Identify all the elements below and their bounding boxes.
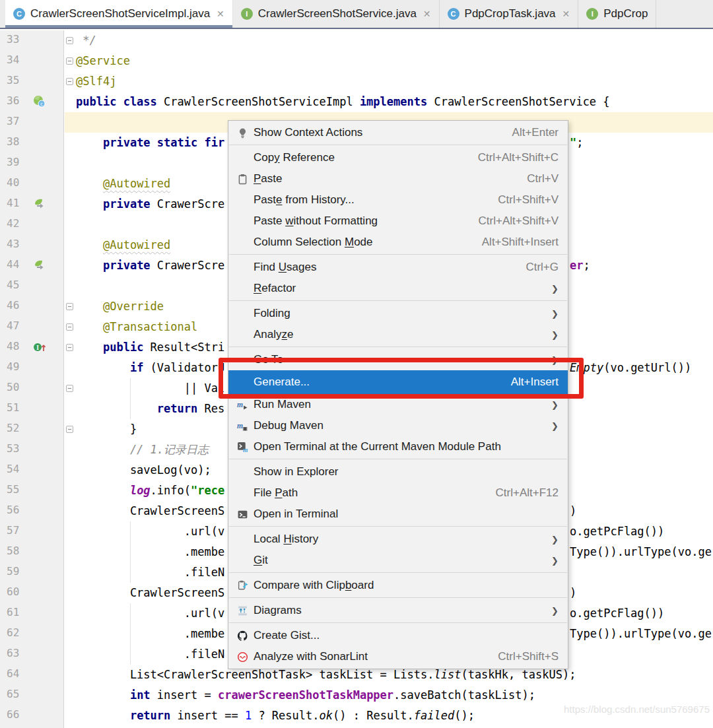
code-text: .membe <box>76 624 224 644</box>
submenu-arrow-icon: ❯ <box>551 421 559 431</box>
menu-item-shortcut: Ctrl+Alt+Shift+V <box>479 215 559 228</box>
menu-item-refactor[interactable]: Refactor❯ <box>228 278 568 299</box>
menu-item-folding[interactable]: Folding❯ <box>228 303 568 324</box>
code-text: ) <box>570 583 576 603</box>
line-number: 36 <box>7 94 19 107</box>
clipboard-compare-icon <box>234 580 251 591</box>
tab-pdpcroptask-java[interactable]: CPdpCropTask.java✕ <box>440 0 579 28</box>
menu-item-label: Analyze <box>254 328 294 341</box>
menu-separator <box>229 622 567 623</box>
menu-item-show-context-actions[interactable]: Show Context ActionsAlt+Enter <box>228 122 568 143</box>
code-line-33[interactable]: */ <box>0 30 713 51</box>
code-line-35[interactable]: @Slf4j <box>0 71 713 92</box>
code-text: @Autowired <box>76 235 170 255</box>
menu-item-label: Compare with Clipboard <box>254 579 374 592</box>
menu-item-compare-with-clipboard[interactable]: Compare with Clipboard <box>228 575 568 596</box>
spring-bean-class-icon[interactable]: c <box>33 95 46 110</box>
line-number: 66 <box>7 708 19 721</box>
fold-marker-icon[interactable] <box>66 426 73 433</box>
code-text: // 1.记录日志 <box>76 440 209 460</box>
fold-marker-icon[interactable] <box>66 385 73 392</box>
submenu-arrow-icon: ❯ <box>551 606 559 616</box>
menu-item-shortcut: Alt+Enter <box>512 126 559 139</box>
tab-crawlerscreenshotservice-java[interactable]: ICrawlerScreenShotService.java✕ <box>233 0 440 28</box>
menu-item-show-in-explorer[interactable]: Show in Explorer <box>228 461 568 482</box>
menu-item-open-terminal-at-the-current-maven-module-path[interactable]: mOpen Terminal at the Current Maven Modu… <box>228 436 568 457</box>
menu-item-analyze-with-sonarlint[interactable]: Analyze with SonarLintCtrl+Shift+S <box>228 646 568 667</box>
menu-item-copy-reference[interactable]: Copy ReferenceCtrl+Alt+Shift+C <box>228 147 568 168</box>
menu-item-paste-without-formatting[interactable]: Paste without FormattingCtrl+Alt+Shift+V <box>228 211 568 232</box>
tab-close-icon[interactable]: ✕ <box>562 9 570 19</box>
menu-item-label: Copy Reference <box>254 151 335 164</box>
fold-marker-icon[interactable] <box>66 323 73 331</box>
line-number: 34 <box>7 53 19 66</box>
fold-marker-icon[interactable] <box>66 78 73 85</box>
github-icon <box>234 630 251 642</box>
menu-item-paste[interactable]: PasteCtrl+V <box>228 168 568 189</box>
menu-item-column-selection-mode[interactable]: Column Selection ModeAlt+Shift+Insert <box>228 232 568 253</box>
spring-autowired-icon[interactable] <box>33 259 46 274</box>
override-method-icon[interactable]: I <box>33 341 47 356</box>
fold-marker-icon[interactable] <box>66 57 73 65</box>
tab-close-icon[interactable]: ✕ <box>217 9 224 19</box>
tab-label: PdpCropTask.java <box>465 7 556 20</box>
menu-item-local-history[interactable]: Local History❯ <box>228 529 568 550</box>
spring-autowired-icon[interactable] <box>33 197 46 213</box>
fold-marker-icon[interactable] <box>66 37 73 44</box>
menu-item-label: Paste from History... <box>254 193 355 207</box>
menu-item-find-usages[interactable]: Find UsagesCtrl+G <box>228 257 568 278</box>
class-icon: C <box>13 8 25 20</box>
menu-item-diagrams[interactable]: Diagrams❯ <box>228 600 568 621</box>
menu-item-label: Local History <box>254 533 318 546</box>
menu-item-paste-from-history[interactable]: Paste from History...Ctrl+Shift+V <box>228 189 568 211</box>
menu-separator <box>229 572 567 573</box>
menu-item-git[interactable]: Git❯ <box>228 550 568 571</box>
menu-item-create-gist[interactable]: Create Gist... <box>228 625 568 646</box>
line-number: 48 <box>7 340 19 352</box>
menu-item-label: Find Usages <box>254 261 316 274</box>
line-number: 33 <box>7 33 19 46</box>
code-text: ) <box>570 501 576 521</box>
code-text: "; <box>570 133 584 153</box>
tab-crawlerscreenshotserviceimpl-java[interactable]: CCrawlerScreenShotServiceImpl.java✕ <box>5 0 233 28</box>
fold-marker-icon[interactable] <box>66 303 73 310</box>
menu-separator <box>229 145 567 145</box>
line-number: 39 <box>7 156 19 168</box>
submenu-arrow-icon: ❯ <box>551 284 559 294</box>
ide-window: CCrawlerScreenShotServiceImpl.java✕ICraw… <box>0 0 713 728</box>
fold-marker-icon[interactable] <box>66 344 73 351</box>
menu-item-shortcut: Ctrl+Shift+V <box>498 193 559 207</box>
code-text: log.info("rece <box>76 480 224 501</box>
line-number: 53 <box>7 442 19 455</box>
code-text: @Autowired <box>76 174 170 194</box>
menu-item-file-path[interactable]: File PathCtrl+Alt+F12 <box>228 482 568 504</box>
code-text: private CrawerScre <box>76 194 224 215</box>
tab-pdpcrop[interactable]: IPdpCrop <box>578 0 656 28</box>
terminal-icon <box>234 509 251 520</box>
diagrams-icon <box>234 605 251 616</box>
annotation-highlight-box <box>219 358 584 399</box>
submenu-arrow-icon: ❯ <box>551 556 559 566</box>
line-number: 57 <box>7 524 19 537</box>
submenu-arrow-icon: ❯ <box>551 535 559 545</box>
code-text: Empty(vo.getUrl()) <box>570 358 691 378</box>
code-text: o.getPcFlag()) <box>570 603 664 624</box>
code-line-34[interactable]: @Service <box>0 51 713 71</box>
line-number: 63 <box>7 647 19 659</box>
line-number: 50 <box>7 381 19 393</box>
menu-item-debug-maven[interactable]: mDebug Maven❯ <box>228 415 568 436</box>
code-line-36[interactable]: public class CrawlerScreenShotServiceImp… <box>0 92 713 112</box>
menu-separator <box>229 347 567 347</box>
submenu-arrow-icon: ❯ <box>551 309 559 319</box>
menu-item-analyze[interactable]: Analyze❯ <box>228 324 568 345</box>
menu-separator <box>229 459 567 459</box>
code-line-65[interactable]: int insert = crawerScreenShotTaskMapper.… <box>0 685 713 706</box>
line-number: 51 <box>7 401 19 414</box>
menu-item-open-in-terminal[interactable]: Open in Terminal <box>228 504 568 525</box>
code-text: private static fir <box>76 133 224 153</box>
interface-icon: I <box>586 8 598 20</box>
watermark: https://blog.csdn.net/sun5769675 <box>564 704 710 715</box>
svg-text:m: m <box>237 421 243 430</box>
tab-close-icon[interactable]: ✕ <box>423 9 431 19</box>
code-text: int insert = crawerScreenShotTaskMapper.… <box>76 685 535 706</box>
